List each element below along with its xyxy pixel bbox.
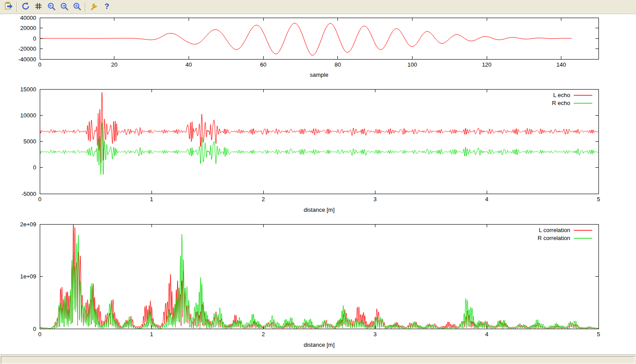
x-tick-label: 20 [111, 61, 117, 68]
svg-text:?: ? [104, 2, 109, 11]
y-tick-label: -40000 [19, 56, 36, 63]
x-tick-label: 0 [38, 196, 41, 203]
magnifier-left-icon [47, 2, 56, 12]
help-button[interactable]: ? [101, 1, 113, 13]
x-tick-label: 3 [373, 331, 376, 338]
plot-area: 020406080100120140-40000-200000200004000… [0, 14, 636, 355]
y-tick-label: -5000 [22, 191, 36, 197]
legend-label: L correlation [539, 227, 570, 233]
x-tick-label: 0 [38, 61, 41, 68]
x-tick-label: 60 [260, 61, 266, 68]
y-tick-label: 5000 [23, 138, 36, 145]
toggle-grid-button[interactable] [32, 1, 44, 13]
toolbar: ? [0, 0, 636, 14]
x-tick-label: 1 [150, 196, 153, 203]
autoscale-button[interactable] [71, 1, 83, 13]
magnifier-right-icon [60, 2, 68, 12]
x-tick-label: 2 [261, 196, 265, 203]
y-tick-label: 15000 [20, 86, 36, 93]
toolbar-separator [85, 2, 86, 12]
legend-label: R correlation [538, 235, 570, 241]
x-tick-label: 2 [261, 331, 265, 338]
y-tick-label: 40000 [20, 15, 36, 21]
x-tick-label: 0 [38, 331, 41, 338]
y-tick-label: 0 [33, 326, 36, 332]
status-field [1, 356, 635, 364]
legend-label: R echo [552, 100, 570, 106]
y-tick-label: 0 [33, 35, 36, 42]
y-tick-label: -20000 [19, 45, 36, 52]
toolbar-separator [16, 2, 17, 12]
configure-button[interactable] [88, 1, 100, 13]
y-tick-label: 20000 [20, 25, 36, 31]
y-tick-label: 0 [33, 164, 36, 171]
grid-icon [34, 2, 43, 12]
status-bar [0, 355, 636, 364]
x-tick-label: 140 [556, 61, 566, 68]
legend-label: L echo [553, 92, 570, 98]
series-r-correlation [40, 234, 598, 329]
x-tick-label: 120 [482, 61, 492, 68]
y-tick-label: 2e+09 [20, 221, 36, 228]
x-tick-label: 80 [334, 61, 341, 68]
plot-border [40, 89, 598, 194]
correlation-chart[interactable]: 01234501e+092e+09distance [m]L correlati… [0, 218, 636, 355]
wrench-icon [90, 2, 98, 12]
x-axis-label: distance [m] [303, 341, 334, 348]
x-axis-label: distance [m] [303, 206, 334, 213]
signal-chart[interactable]: 020406080100120140-40000-200000200004000… [0, 14, 636, 81]
x-tick-label: 4 [485, 331, 488, 338]
series-chirp-signal [40, 23, 572, 55]
clipboard-export-icon [4, 2, 13, 12]
magnifier-icon [72, 2, 81, 12]
gnuplot-window: ? 020406080100120140-40000-2000002000040… [0, 0, 636, 364]
x-tick-label: 5 [597, 331, 600, 338]
x-tick-label: 3 [373, 196, 376, 203]
zoom-next-button[interactable] [58, 1, 70, 13]
y-tick-label: 1e+09 [20, 273, 36, 280]
y-tick-label: 10000 [20, 112, 36, 119]
x-tick-label: 4 [485, 196, 488, 203]
question-mark-icon: ? [102, 2, 111, 12]
copy-to-clipboard-button[interactable] [2, 1, 14, 13]
x-axis-label: sample [310, 71, 329, 78]
echo-chart[interactable]: 012345-5000050001000015000distance [m]L … [0, 81, 636, 218]
plot-border [40, 224, 598, 329]
replot-button[interactable] [19, 1, 31, 13]
series-l-correlation [40, 225, 598, 329]
x-tick-label: 1 [150, 331, 153, 338]
x-tick-label: 40 [186, 61, 192, 68]
x-tick-label: 100 [407, 61, 417, 68]
x-tick-label: 5 [597, 196, 600, 203]
zoom-previous-button[interactable] [45, 1, 57, 13]
refresh-icon [21, 2, 30, 12]
